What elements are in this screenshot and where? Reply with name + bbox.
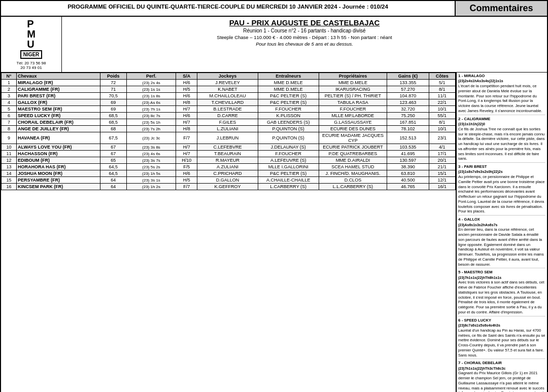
cell-poids: 68: [100, 126, 126, 132]
cell-jockey: B.LESTRADE: [197, 106, 258, 113]
table-row: 6 SPEED LUCKY (FR) 68,5 (23) 8c 7s H/6 D…: [2, 113, 456, 119]
comment-num: 6 -: [458, 318, 464, 323]
comment-name: MAESTRO SEM: [464, 270, 493, 274]
cell-num: 5: [2, 106, 17, 113]
cell-gains: 57.270: [387, 86, 429, 93]
cell-cotes: 8/1: [429, 86, 455, 93]
cell-gains: 40.500: [387, 177, 429, 184]
comment-num: 5 -: [458, 270, 464, 274]
comment-section: 6 - SPEED LUCKY(23)8c7s6s1s5s6s4s4h3sLau…: [458, 318, 545, 360]
cell-horse: GALLOX (FR): [16, 99, 100, 106]
cell-perf: (23) 1s 8s: [126, 93, 176, 99]
cell-proprietaire: MME D.AIRALDI: [319, 157, 387, 164]
cell-horse: ANGE DE JUILLEY (FR): [16, 126, 100, 132]
table-row: 5 MAESTRO SEM (FR) 69 (23) 7h 1s H/7 B.L…: [2, 106, 456, 113]
cell-horse: EDIBOUM (FR): [16, 157, 100, 164]
comment-code: (23)7h1s1s(22)hTh3cTh8c3c: [458, 367, 505, 370]
cell-cotes: 23/1: [429, 132, 455, 144]
niger-text: NIGER: [23, 52, 40, 57]
cell-cotes: 4/1: [429, 144, 455, 151]
comment-text: En dernier lieu, dans la course référenc…: [458, 227, 544, 266]
cell-poids: 70,5: [100, 93, 126, 99]
comment-code: (23)2s4s1hAs3s4s(22)1s1s: [458, 79, 503, 83]
cell-jockey: T.BEAURAIN: [197, 151, 258, 157]
col-num: N°: [2, 73, 17, 80]
cell-proprietaire: G.LASSAUSSAYE: [319, 119, 387, 126]
cell-entraineur: F.FOUCHER: [258, 106, 319, 113]
pmu-logo-area: PMU NIGER Tél: 20 73 56 98 20 73 49 01: [1, 17, 62, 72]
cell-num: 9: [2, 132, 17, 144]
cell-perf: (23) As 6s: [126, 99, 176, 106]
cell-cotes: 11/1: [429, 93, 455, 99]
cell-sa: H/10: [176, 157, 197, 164]
table-row: 13 HORAHORA HAS (FR) 64,5 (23) 5s 2s F/5…: [2, 164, 456, 170]
cell-horse: SPEED LUCKY (FR): [16, 113, 100, 119]
cell-jockey: D.GALLON: [197, 177, 258, 184]
table-row: 16 KINCSEM PARK (FR) 64 (23) 1h 2s F/7 K…: [2, 184, 456, 190]
cell-poids: 64: [100, 184, 126, 190]
header-title: PROGRAMME OFFICIEL DU QUINTE-QUARTE-TIER…: [1, 1, 456, 16]
cell-jockey: J.LEBRUN: [197, 132, 258, 144]
cell-poids: 64,5: [100, 170, 126, 177]
cell-sa: H/7: [176, 151, 197, 157]
cell-perf: (23) 5s 2s: [126, 164, 176, 170]
table-header-row: N° Chevaux Poids Perf. S/A Jockeys Entra…: [2, 73, 456, 80]
cell-proprietaire: D.CLOS: [319, 177, 387, 184]
col-gains: Gains (€): [387, 73, 429, 80]
cell-sa: F/7: [176, 184, 197, 190]
cell-perf: (23) 2s 4s: [126, 80, 176, 86]
cell-perf: (23) 5s 1h: [126, 119, 176, 126]
col-sa: S/A: [176, 73, 197, 80]
table-row: 2 CALIGRAMME (FR) 71 (23) 1s 1s H/5 K.NA…: [2, 86, 456, 93]
cell-poids: 67,5: [100, 132, 126, 144]
middle-section: PMU NIGER Tél: 20 73 56 98 20 73 49 01 P…: [1, 17, 547, 73]
table-row: 7 CHORAIL DEBELAIR (FR) 68,5 (23) 5s 1h …: [2, 119, 456, 126]
table-row: 11 HACHASSON (FR) 67 (23) 4s 6s H/7 T.BE…: [2, 151, 456, 157]
table-row: 10 ALWAYS LOVE YOU (FR) 67 (23) 3s 8s H/…: [2, 144, 456, 151]
cell-sa: H/7: [176, 119, 197, 126]
cell-cotes: 15/1: [429, 170, 455, 177]
comment-num: 2 -: [458, 117, 464, 121]
pmu-logo: PMU NIGER: [20, 19, 43, 59]
comment-name: CHORAIL DEBELAIR: [464, 361, 502, 365]
cell-jockey: L.ZULIANI: [197, 126, 258, 132]
comment-code: (23)7h1s1s(22)hTh8h1s1s: [458, 276, 501, 279]
comment-name: CALIGRAMME: [464, 117, 491, 121]
tel-info: Tél: 20 73 56 98 20 73 49 01: [17, 61, 46, 70]
cell-cotes: 21/1: [429, 164, 455, 170]
cell-perf: (23) 7s 2h: [126, 126, 176, 132]
cell-entraineur: L.CARBERRY (S): [258, 184, 319, 190]
cell-sa: H/6: [176, 170, 197, 177]
horse-table: N° Chevaux Poids Perf. S/A Jockeys Entra…: [1, 73, 456, 190]
cell-perf: (23) 1h 2s: [126, 184, 176, 190]
cell-gains: 152.513: [387, 132, 429, 144]
cell-horse: HAVANEA (FR): [16, 132, 100, 144]
cell-perf: (23) 8c 7s: [126, 113, 176, 119]
cell-proprietaire: PELTIER (S) / PH. THIRIET: [319, 93, 387, 99]
cell-poids: 64,5: [100, 164, 126, 170]
cell-horse: PERSYAMBRE (FR): [16, 177, 100, 184]
cell-proprietaire: MLLE MP.LABORDE: [319, 113, 387, 119]
cell-poids: 67: [100, 144, 126, 151]
col-cotes: Côtes: [429, 73, 455, 80]
cell-perf: (23) 1s 1s: [126, 86, 176, 93]
comment-code: (23)8c7s6s1s5s6s4s4h3s: [458, 324, 500, 327]
cell-perf: (23) 3s 8s: [126, 144, 176, 151]
cell-entraineur: P&C PELTIER (S): [258, 99, 319, 106]
horse-table-area: N° Chevaux Poids Perf. S/A Jockeys Entra…: [1, 73, 456, 392]
cell-gains: 123.463: [387, 99, 429, 106]
cell-entraineur: A.LEFEUVRE (S): [258, 157, 319, 164]
cell-cotes: 17/1: [429, 151, 455, 157]
comment-num: 1 -: [458, 74, 464, 78]
cell-poids: 68,5: [100, 119, 126, 126]
cell-cotes: 20/1: [429, 157, 455, 164]
cell-poids: 67: [100, 151, 126, 157]
race-line2: Steeple Chase – 110.000 € - 4.000 mètres…: [64, 34, 545, 40]
comment-num: 3 -: [458, 164, 464, 169]
tel1: Tél: 20 73 56 98: [17, 61, 46, 65]
cell-proprietaire: J. FINCH/D. MAUGHANIS.: [319, 170, 387, 177]
cell-proprietaire: ECURIE PATRICK JOUBERT: [319, 144, 387, 151]
cell-num: 3: [2, 93, 17, 99]
cell-gains: 167.851: [387, 119, 429, 126]
comment-text: Gagnant du Prix Maurice Gillois (Gr 1) e…: [458, 371, 544, 392]
